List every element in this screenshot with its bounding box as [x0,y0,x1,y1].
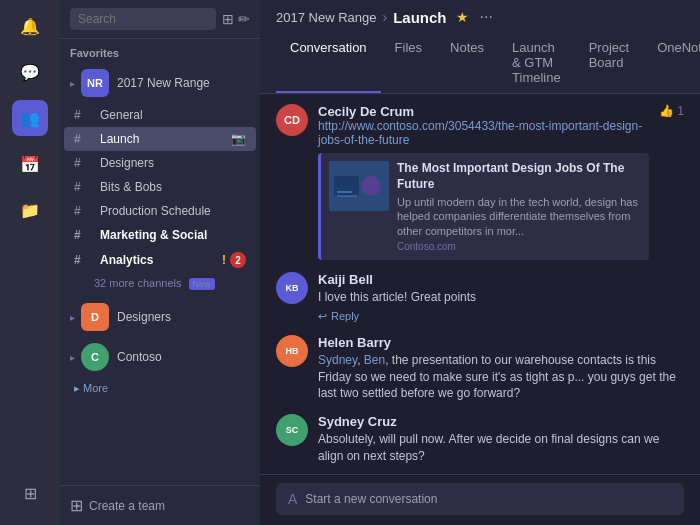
breadcrumb-channel: Launch [393,9,446,26]
team-name: Designers [117,310,171,324]
team-expand-icon: ▸ [70,312,75,323]
msg-content-helen: Helen Barry Sydney, Ben, the presentatio… [318,335,684,402]
breadcrumb: 2017 New Range › Launch ★ ··· [276,8,493,26]
create-team-button[interactable]: ⊞ Create a team [70,496,250,515]
msg-sender: Cecily De Crum [318,104,414,119]
teams-list: ⊞ ✏ Favorites ▸ NR 2017 New Range ··· # … [60,0,260,525]
team-designers[interactable]: ▸ D Designers [60,297,260,337]
thumbsup-icon: 👍 [659,104,674,118]
message-sydney: SC Sydney Cruz Absolutely, will pull now… [276,414,684,465]
create-team-label: Create a team [89,499,165,513]
channel-icon: # [74,108,94,122]
team-avatar: D [81,303,109,331]
channel-name: Designers [100,156,154,170]
message-cecily: CD Cecily De Crum http://www.contoso.com… [276,104,684,260]
edit-icon[interactable]: ✏ [238,11,250,27]
msg-sender: Kaiji Bell [318,272,373,287]
main-header: 2017 New Range › Launch ★ ··· Conversati… [260,0,700,94]
msg-text: I love this article! Great points [318,289,684,306]
sidebar-icon-files[interactable]: 📁 [12,192,48,234]
tab-launch-gtm[interactable]: Launch & GTM Timeline [498,34,575,93]
msg-content-sydney: Sydney Cruz Absolutely, will pull now. A… [318,414,684,465]
team-avatar: C [81,343,109,371]
link-card-body: The Most Important Design Jobs Of The Fu… [397,161,641,252]
channel-designers[interactable]: # Designers ··· [64,151,256,175]
mention-sydney: Sydney [318,353,357,367]
channel-name: Marketing & Social [100,228,207,242]
msg-sender: Sydney Cruz [318,414,397,429]
channel-icon: # [74,204,94,218]
sidebar-icon-chat[interactable]: 💬 [12,54,48,96]
more-options-icon[interactable]: ··· [479,8,492,26]
channel-general[interactable]: # General ··· [64,103,256,127]
team-expand-icon: ▸ [70,352,75,363]
msg-sender: Helen Barry [318,335,391,350]
channel-bits-bobs[interactable]: # Bits & Bobs ··· [64,175,256,199]
create-team-icon: ⊞ [70,496,83,515]
unread-badge: 2 [230,252,246,268]
link-card-desc: Up until modern day in the tech world, d… [397,195,641,238]
link-card-thumbnail [329,161,389,211]
channel-marketing-social[interactable]: # Marketing & Social ··· [64,223,256,247]
sidebar-icon-meetings[interactable]: 📅 [12,146,48,188]
avatar-helen: HB [276,335,308,367]
message-kaiji: KB Kaiji Bell I love this article! Great… [276,272,684,323]
sidebar-icon-store[interactable]: ⊞ [12,475,48,511]
filter-icon[interactable]: ⊞ [222,11,234,27]
sidebar-icon-teams[interactable]: 👥 [12,100,48,142]
tab-onenote[interactable]: OneNote [643,34,700,93]
main-content: 2017 New Range › Launch ★ ··· Conversati… [260,0,700,525]
svg-rect-3 [337,191,352,193]
favorites-label: Favorites [60,39,260,63]
more-channels[interactable]: 32 more channels New [60,273,260,297]
format-icon[interactable]: A [288,491,297,507]
channel-launch[interactable]: # Launch 📷 [64,127,256,151]
team-name: 2017 New Range [117,76,210,90]
channel-icon: # [74,180,94,194]
channel-name: General [100,108,143,122]
teams-bottom: ⊞ Create a team [60,485,260,525]
team-name: Contoso [117,350,162,364]
mention-ben: Ben [364,353,385,367]
svg-rect-4 [337,195,357,197]
channel-icon: # [74,132,94,146]
like-button[interactable]: 👍 1 [659,104,684,260]
msg-link[interactable]: http://www.contoso.com/3054433/the-most-… [318,119,649,147]
channel-name: Analytics [100,253,153,267]
reply-icon: ↩ [318,310,327,323]
breadcrumb-team: 2017 New Range [276,10,376,25]
link-card-title: The Most Important Design Jobs Of The Fu… [397,161,641,192]
channel-icon: # [74,156,94,170]
reply-button[interactable]: ↩ Reply [318,310,684,323]
tab-notes[interactable]: Notes [436,34,498,93]
message-helen: HB Helen Barry Sydney, Ben, the presenta… [276,335,684,402]
search-input[interactable] [70,8,216,30]
msg-text: Absolutely, will pull now. After we deci… [318,431,684,465]
sidebar: 🔔 💬 👥 📅 📁 ⊞ [0,0,60,525]
more-teams-item[interactable]: ▸ More [64,377,256,400]
compose-bar: A Start a new conversation [260,474,700,525]
team-contoso[interactable]: ▸ C Contoso [60,337,260,377]
msg-content-cecily: Cecily De Crum http://www.contoso.com/30… [318,104,649,260]
header-top: 2017 New Range › Launch ★ ··· [276,8,684,26]
compose-input-area[interactable]: A Start a new conversation [276,483,684,515]
channel-analytics[interactable]: # Analytics ! 2 ··· [64,247,256,273]
breadcrumb-separator: › [382,9,387,25]
channel-icon: # [74,228,94,242]
channel-production-schedule[interactable]: # Production Schedule ··· [64,199,256,223]
tab-conversation[interactable]: Conversation [276,34,381,93]
team-expand-icon: ▸ [70,78,75,89]
team-2017-new-range[interactable]: ▸ NR 2017 New Range ··· [60,63,260,103]
avatar-cecily: CD [276,104,308,136]
more-label: ▸ More [74,382,108,395]
svg-point-2 [361,176,381,196]
channel-name: Production Schedule [100,204,211,218]
channel-name: Launch [100,132,139,146]
tab-files[interactable]: Files [381,34,436,93]
tabs: Conversation Files Notes Launch & GTM Ti… [276,34,684,93]
sidebar-icon-activity[interactable]: 🔔 [12,8,48,50]
star-icon[interactable]: ★ [456,9,469,25]
tab-project-board[interactable]: Project Board [575,34,643,93]
search-bar: ⊞ ✏ [60,0,260,39]
compose-placeholder: Start a new conversation [305,492,672,506]
